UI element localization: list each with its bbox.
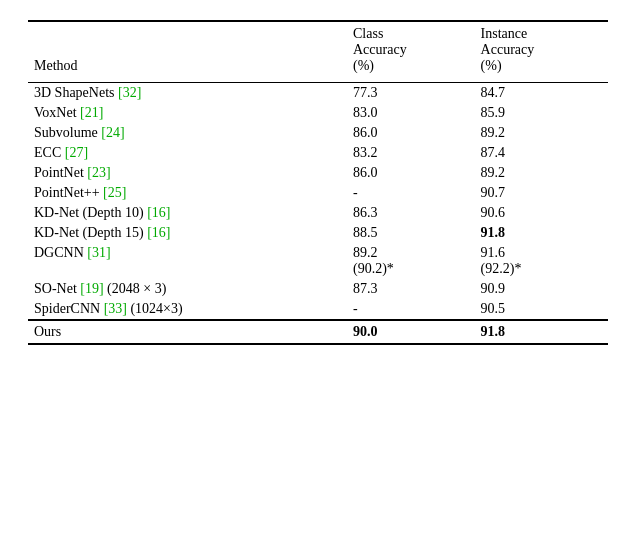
- table-row: KD-Net (Depth 10) [16]86.390.6: [28, 203, 608, 223]
- method-cell: PointNet++ [25]: [28, 183, 347, 203]
- class-accuracy-header: Class Accuracy (%): [347, 21, 475, 76]
- class-acc-cell: 83.0: [347, 103, 475, 123]
- table-row: SO-Net [19] (2048 × 3)87.390.9: [28, 279, 608, 299]
- method-cell: [28, 261, 347, 279]
- instance-acc-cell: 90.7: [475, 183, 608, 203]
- class-acc-cell: 77.3: [347, 83, 475, 104]
- method-cell: PointNet [23]: [28, 163, 347, 183]
- table-row: ECC [27]83.287.4: [28, 143, 608, 163]
- instance-acc-cell: 89.2: [475, 123, 608, 143]
- class-acc-cell: -: [347, 299, 475, 320]
- class-acc-cell: 83.2: [347, 143, 475, 163]
- method-header: Method: [28, 21, 347, 76]
- instance-acc-cell: 89.2: [475, 163, 608, 183]
- instance-acc-cell: 85.9: [475, 103, 608, 123]
- ours-method: Ours: [28, 320, 347, 344]
- table-row: PointNet [23]86.089.2: [28, 163, 608, 183]
- method-cell: SpiderCNN [33] (1024×3): [28, 299, 347, 320]
- instance-acc-cell: 84.7: [475, 83, 608, 104]
- method-cell: VoxNet [21]: [28, 103, 347, 123]
- method-cell: KD-Net (Depth 10) [16]: [28, 203, 347, 223]
- class-acc-cell: (90.2)*: [347, 261, 475, 279]
- table-row: KD-Net (Depth 15) [16]88.591.8: [28, 223, 608, 243]
- method-cell: SO-Net [19] (2048 × 3): [28, 279, 347, 299]
- table-row: SpiderCNN [33] (1024×3)-90.5: [28, 299, 608, 320]
- table-row: (90.2)*(92.2)*: [28, 261, 608, 279]
- table-container: Method Class Accuracy (%) Instance Accur…: [28, 20, 608, 345]
- method-cell: DGCNN [31]: [28, 243, 347, 261]
- instance-acc-cell: 90.6: [475, 203, 608, 223]
- instance-acc-cell: 90.9: [475, 279, 608, 299]
- table-row: PointNet++ [25]-90.7: [28, 183, 608, 203]
- instance-acc-cell: (92.2)*: [475, 261, 608, 279]
- instance-acc-cell: 91.8: [475, 223, 608, 243]
- table-row: DGCNN [31]89.291.6: [28, 243, 608, 261]
- instance-acc-cell: 87.4: [475, 143, 608, 163]
- class-acc-cell: -: [347, 183, 475, 203]
- method-cell: Subvolume [24]: [28, 123, 347, 143]
- class-acc-cell: 86.0: [347, 163, 475, 183]
- class-acc-cell: 88.5: [347, 223, 475, 243]
- ours-instance-acc: 91.8: [475, 320, 608, 344]
- class-acc-cell: 86.0: [347, 123, 475, 143]
- instance-acc-cell: 91.6: [475, 243, 608, 261]
- class-acc-cell: 86.3: [347, 203, 475, 223]
- results-table: Method Class Accuracy (%) Instance Accur…: [28, 20, 608, 345]
- ours-row: Ours 90.0 91.8: [28, 320, 608, 344]
- table-row: VoxNet [21]83.085.9: [28, 103, 608, 123]
- instance-accuracy-header: Instance Accuracy (%): [475, 21, 608, 76]
- instance-acc-cell: 90.5: [475, 299, 608, 320]
- class-acc-cell: 89.2: [347, 243, 475, 261]
- method-cell: ECC [27]: [28, 143, 347, 163]
- method-cell: 3D ShapeNets [32]: [28, 83, 347, 104]
- ours-class-acc: 90.0: [347, 320, 475, 344]
- table-row: 3D ShapeNets [32]77.384.7: [28, 83, 608, 104]
- table-row: Subvolume [24]86.089.2: [28, 123, 608, 143]
- method-cell: KD-Net (Depth 15) [16]: [28, 223, 347, 243]
- class-acc-cell: 87.3: [347, 279, 475, 299]
